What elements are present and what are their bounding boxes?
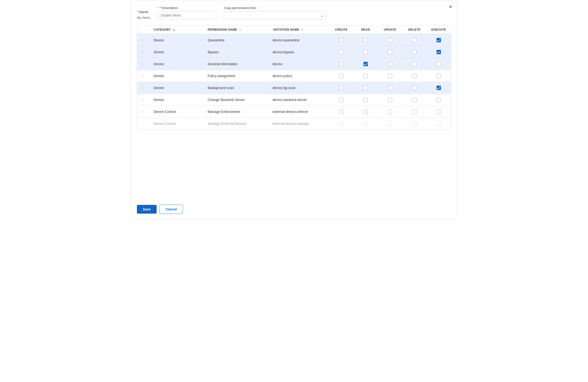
cb-wrapper-delete (405, 97, 424, 102)
row-execute-cell (426, 94, 451, 106)
checkbox-read[interactable] (363, 50, 368, 54)
nav-title: My Alerts (137, 16, 150, 19)
checkbox-execute[interactable] (437, 38, 441, 42)
col-expand-header (137, 26, 151, 34)
checkbox-read[interactable] (363, 86, 368, 90)
row-execute-cell (426, 118, 451, 130)
copy-permissions-group: Copy permissions from ⌄ (224, 6, 326, 19)
row-expander-icon[interactable]: › (140, 97, 145, 102)
permission-name-value: General information (208, 62, 238, 66)
col-permission-header[interactable]: PERMISSION NAME ▽ (205, 26, 270, 34)
checkbox-delete[interactable] (412, 50, 417, 54)
checkbox-update[interactable] (388, 110, 392, 114)
copy-permissions-select[interactable] (224, 11, 326, 19)
checkbox-execute[interactable] (437, 86, 441, 90)
checkbox-update[interactable] (388, 121, 392, 126)
table-row: › Device Change Backend Server device.ba… (137, 94, 451, 106)
row-update-cell (378, 82, 402, 94)
table-row: › Device Control Manage Enforcement exte… (137, 106, 451, 118)
checkbox-read[interactable] (363, 97, 368, 102)
cb-wrapper-delete (405, 86, 424, 90)
row-notation-cell: device (270, 58, 329, 70)
checkbox-update[interactable] (388, 38, 392, 42)
cb-wrapper-delete (405, 74, 424, 78)
checkbox-read[interactable] (363, 62, 368, 66)
cb-wrapper-execute (429, 62, 448, 66)
cb-wrapper-create (332, 86, 351, 90)
cancel-button[interactable]: Cancel (160, 205, 183, 214)
checkbox-execute[interactable] (437, 110, 441, 114)
col-execute-header: EXECUTE (426, 26, 451, 34)
cb-wrapper-delete (405, 38, 424, 42)
checkbox-delete[interactable] (412, 110, 417, 114)
close-button[interactable]: × (449, 4, 452, 9)
cb-wrapper-read (356, 62, 375, 66)
checkbox-read[interactable] (363, 121, 368, 126)
checkbox-execute[interactable] (437, 62, 441, 66)
cb-wrapper-execute (429, 38, 448, 42)
checkbox-delete[interactable] (412, 62, 417, 66)
row-update-cell (378, 118, 402, 130)
col-category-header[interactable]: CATEGORY ▲ (151, 26, 205, 34)
cb-wrapper-delete (405, 62, 424, 66)
checkbox-update[interactable] (388, 62, 392, 66)
cb-wrapper-create (332, 62, 351, 66)
row-category-cell: Device (151, 82, 205, 94)
row-expander-icon[interactable]: › (140, 74, 145, 78)
checkbox-execute[interactable] (437, 121, 441, 126)
row-expander-icon[interactable]: › (140, 85, 145, 90)
col-read-header: READ (354, 26, 378, 34)
category-sort-asc-icon: ▲ (173, 28, 175, 31)
row-notation-cell: device.backend-server (270, 94, 329, 106)
checkbox-delete[interactable] (412, 97, 417, 102)
table-row: › Device Policy assignment device.policy (137, 70, 451, 82)
row-expander-icon[interactable]: › (140, 50, 145, 55)
checkbox-create[interactable] (339, 62, 343, 66)
row-execute-cell (426, 70, 451, 82)
table-row: › Device Bypass device.bypass (137, 46, 451, 58)
checkbox-execute[interactable] (437, 50, 441, 54)
checkbox-create[interactable] (339, 50, 343, 54)
row-category-cell: Device (151, 34, 205, 46)
col-notation-header[interactable]: .NOTATION NAME ▽ (270, 26, 329, 34)
copy-permissions-select-wrapper: ⌄ (224, 11, 326, 19)
checkbox-create[interactable] (339, 97, 343, 102)
checkbox-create[interactable] (339, 74, 343, 78)
description-input[interactable] (158, 11, 216, 19)
cb-wrapper-read (356, 86, 375, 90)
row-category-cell: Device (151, 46, 205, 58)
checkbox-update[interactable] (388, 97, 392, 102)
row-read-cell (354, 46, 378, 58)
checkbox-delete[interactable] (412, 86, 417, 90)
row-expander-icon[interactable]: › (140, 121, 145, 126)
checkbox-read[interactable] (363, 38, 368, 42)
checkbox-create[interactable] (339, 110, 343, 114)
checkbox-update[interactable] (388, 50, 392, 54)
checkbox-create[interactable] (339, 121, 343, 126)
checkbox-update[interactable] (388, 86, 392, 90)
checkbox-read[interactable] (363, 74, 368, 78)
cb-wrapper-update (381, 121, 399, 126)
row-delete-cell (402, 94, 426, 106)
row-create-cell (329, 70, 354, 82)
cb-wrapper-delete (405, 110, 424, 114)
cb-wrapper-read (356, 110, 375, 114)
checkbox-create[interactable] (339, 86, 343, 90)
checkbox-execute[interactable] (437, 97, 441, 102)
row-read-cell (354, 94, 378, 106)
row-expander-icon[interactable]: › (140, 38, 145, 43)
cb-wrapper-execute (429, 50, 448, 54)
row-delete-cell (402, 118, 426, 130)
row-expander-icon[interactable]: › (140, 109, 145, 114)
checkbox-delete[interactable] (412, 121, 417, 126)
checkbox-delete[interactable] (412, 38, 417, 42)
row-expander-icon[interactable]: › (140, 61, 145, 66)
checkbox-execute[interactable] (437, 74, 441, 78)
table-header-row: CATEGORY ▲ PERMISSION NAME ▽ .NOTATION N… (137, 26, 451, 34)
checkbox-update[interactable] (388, 74, 392, 78)
cb-wrapper-update (381, 86, 399, 90)
checkbox-delete[interactable] (412, 74, 417, 78)
save-button[interactable]: Save (137, 205, 157, 214)
checkbox-create[interactable] (339, 38, 343, 42)
checkbox-read[interactable] (363, 110, 368, 114)
